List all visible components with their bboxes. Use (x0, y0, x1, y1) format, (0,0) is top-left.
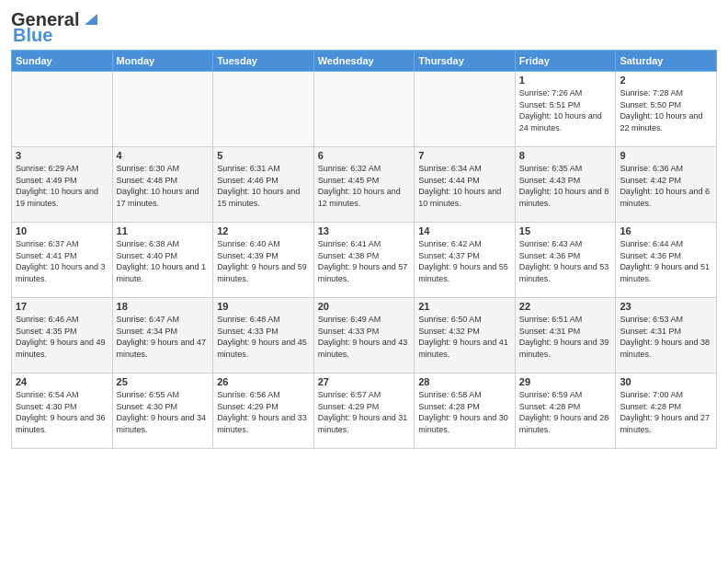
day-info: Sunrise: 6:50 AM Sunset: 4:32 PM Dayligh… (418, 314, 511, 360)
calendar-day-cell (313, 72, 415, 147)
day-number: 16 (620, 225, 712, 236)
day-number: 14 (418, 225, 511, 236)
day-number: 25 (117, 376, 210, 387)
calendar-header-row: SundayMondayTuesdayWednesdayThursdayFrid… (12, 51, 717, 72)
day-info: Sunrise: 6:44 AM Sunset: 4:36 PM Dayligh… (620, 238, 712, 284)
page-container: General Blue SundayMondayTuesdayWednesda… (0, 0, 728, 454)
day-of-week-header: Thursday (415, 51, 516, 72)
day-info: Sunrise: 6:34 AM Sunset: 4:44 PM Dayligh… (418, 163, 511, 209)
day-number: 28 (418, 376, 511, 387)
day-number: 13 (318, 225, 411, 236)
calendar-day-cell: 25Sunrise: 6:55 AM Sunset: 4:30 PM Dayli… (112, 373, 213, 449)
day-info: Sunrise: 6:29 AM Sunset: 4:49 PM Dayligh… (16, 163, 108, 209)
calendar-day-cell: 16Sunrise: 6:44 AM Sunset: 4:36 PM Dayli… (616, 223, 717, 298)
calendar-day-cell (415, 72, 516, 147)
day-info: Sunrise: 6:57 AM Sunset: 4:29 PM Dayligh… (318, 389, 411, 435)
day-number: 11 (117, 225, 210, 236)
logo: General Blue (11, 9, 101, 46)
day-info: Sunrise: 6:35 AM Sunset: 4:43 PM Dayligh… (519, 163, 612, 209)
calendar-day-cell: 9Sunrise: 6:36 AM Sunset: 4:42 PM Daylig… (616, 147, 717, 223)
day-info: Sunrise: 6:48 AM Sunset: 4:33 PM Dayligh… (217, 314, 310, 360)
calendar-day-cell: 5Sunrise: 6:31 AM Sunset: 4:46 PM Daylig… (213, 147, 314, 223)
day-number: 26 (217, 376, 310, 387)
calendar-day-cell (112, 72, 213, 147)
day-number: 6 (318, 150, 411, 161)
day-number: 15 (519, 225, 612, 236)
calendar-day-cell: 2Sunrise: 7:28 AM Sunset: 5:50 PM Daylig… (616, 72, 717, 147)
day-of-week-header: Friday (515, 51, 616, 72)
day-of-week-header: Saturday (616, 51, 717, 72)
day-info: Sunrise: 6:47 AM Sunset: 4:34 PM Dayligh… (117, 314, 210, 360)
logo-icon (81, 8, 101, 29)
day-number: 12 (217, 225, 310, 236)
day-info: Sunrise: 6:36 AM Sunset: 4:42 PM Dayligh… (620, 163, 712, 209)
calendar-day-cell: 28Sunrise: 6:58 AM Sunset: 4:28 PM Dayli… (415, 373, 516, 449)
day-number: 24 (16, 376, 108, 387)
calendar-day-cell: 15Sunrise: 6:43 AM Sunset: 4:36 PM Dayli… (515, 223, 616, 298)
calendar-day-cell: 23Sunrise: 6:53 AM Sunset: 4:31 PM Dayli… (616, 298, 717, 373)
day-number: 23 (620, 301, 712, 312)
day-number: 5 (217, 150, 310, 161)
calendar-week-row: 3Sunrise: 6:29 AM Sunset: 4:49 PM Daylig… (12, 147, 717, 223)
calendar-day-cell: 24Sunrise: 6:54 AM Sunset: 4:30 PM Dayli… (12, 373, 113, 449)
calendar-day-cell: 30Sunrise: 7:00 AM Sunset: 4:28 PM Dayli… (616, 373, 717, 449)
day-info: Sunrise: 6:51 AM Sunset: 4:31 PM Dayligh… (519, 314, 612, 360)
calendar-day-cell: 10Sunrise: 6:37 AM Sunset: 4:41 PM Dayli… (12, 223, 113, 298)
day-info: Sunrise: 6:58 AM Sunset: 4:28 PM Dayligh… (418, 389, 511, 435)
calendar-day-cell: 7Sunrise: 6:34 AM Sunset: 4:44 PM Daylig… (415, 147, 516, 223)
day-of-week-header: Tuesday (213, 51, 314, 72)
logo-blue: Blue (13, 25, 52, 46)
day-number: 3 (16, 150, 108, 161)
day-number: 10 (16, 225, 108, 236)
calendar-table: SundayMondayTuesdayWednesdayThursdayFrid… (11, 50, 717, 449)
calendar-week-row: 24Sunrise: 6:54 AM Sunset: 4:30 PM Dayli… (12, 373, 717, 449)
calendar-day-cell: 4Sunrise: 6:30 AM Sunset: 4:48 PM Daylig… (112, 147, 213, 223)
day-number: 18 (117, 301, 210, 312)
day-number: 17 (16, 301, 108, 312)
day-info: Sunrise: 7:00 AM Sunset: 4:28 PM Dayligh… (620, 389, 712, 435)
svg-marker-0 (85, 14, 97, 25)
day-info: Sunrise: 6:37 AM Sunset: 4:41 PM Dayligh… (16, 238, 108, 284)
calendar-day-cell (213, 72, 314, 147)
day-number: 2 (620, 75, 712, 86)
day-info: Sunrise: 6:38 AM Sunset: 4:40 PM Dayligh… (117, 238, 210, 284)
day-info: Sunrise: 6:42 AM Sunset: 4:37 PM Dayligh… (418, 238, 511, 284)
day-info: Sunrise: 6:55 AM Sunset: 4:30 PM Dayligh… (117, 389, 210, 435)
calendar-week-row: 17Sunrise: 6:46 AM Sunset: 4:35 PM Dayli… (12, 298, 717, 373)
calendar-day-cell: 11Sunrise: 6:38 AM Sunset: 4:40 PM Dayli… (112, 223, 213, 298)
day-info: Sunrise: 6:32 AM Sunset: 4:45 PM Dayligh… (318, 163, 411, 209)
calendar-day-cell: 12Sunrise: 6:40 AM Sunset: 4:39 PM Dayli… (213, 223, 314, 298)
calendar-day-cell: 18Sunrise: 6:47 AM Sunset: 4:34 PM Dayli… (112, 298, 213, 373)
calendar-day-cell: 19Sunrise: 6:48 AM Sunset: 4:33 PM Dayli… (213, 298, 314, 373)
day-info: Sunrise: 6:31 AM Sunset: 4:46 PM Dayligh… (217, 163, 310, 209)
calendar-day-cell: 1Sunrise: 7:26 AM Sunset: 5:51 PM Daylig… (515, 72, 616, 147)
day-info: Sunrise: 6:49 AM Sunset: 4:33 PM Dayligh… (318, 314, 411, 360)
day-info: Sunrise: 7:28 AM Sunset: 5:50 PM Dayligh… (620, 87, 712, 133)
day-number: 22 (519, 301, 612, 312)
calendar-day-cell: 17Sunrise: 6:46 AM Sunset: 4:35 PM Dayli… (12, 298, 113, 373)
day-info: Sunrise: 6:53 AM Sunset: 4:31 PM Dayligh… (620, 314, 712, 360)
day-info: Sunrise: 6:54 AM Sunset: 4:30 PM Dayligh… (16, 389, 108, 435)
calendar-day-cell: 14Sunrise: 6:42 AM Sunset: 4:37 PM Dayli… (415, 223, 516, 298)
day-info: Sunrise: 6:40 AM Sunset: 4:39 PM Dayligh… (217, 238, 310, 284)
day-number: 27 (318, 376, 411, 387)
day-number: 19 (217, 301, 310, 312)
day-info: Sunrise: 6:41 AM Sunset: 4:38 PM Dayligh… (318, 238, 411, 284)
calendar-week-row: 1Sunrise: 7:26 AM Sunset: 5:51 PM Daylig… (12, 72, 717, 147)
day-number: 9 (620, 150, 712, 161)
header: General Blue (11, 9, 717, 46)
day-info: Sunrise: 6:59 AM Sunset: 4:28 PM Dayligh… (519, 389, 612, 435)
day-of-week-header: Wednesday (313, 51, 415, 72)
calendar-week-row: 10Sunrise: 6:37 AM Sunset: 4:41 PM Dayli… (12, 223, 717, 298)
day-info: Sunrise: 6:46 AM Sunset: 4:35 PM Dayligh… (16, 314, 108, 360)
day-info: Sunrise: 6:30 AM Sunset: 4:48 PM Dayligh… (117, 163, 210, 209)
day-number: 29 (519, 376, 612, 387)
day-number: 1 (519, 75, 612, 86)
day-info: Sunrise: 6:56 AM Sunset: 4:29 PM Dayligh… (217, 389, 310, 435)
calendar-day-cell: 6Sunrise: 6:32 AM Sunset: 4:45 PM Daylig… (313, 147, 415, 223)
calendar-day-cell: 8Sunrise: 6:35 AM Sunset: 4:43 PM Daylig… (515, 147, 616, 223)
calendar-day-cell: 29Sunrise: 6:59 AM Sunset: 4:28 PM Dayli… (515, 373, 616, 449)
day-number: 30 (620, 376, 712, 387)
day-number: 20 (318, 301, 411, 312)
calendar-day-cell: 27Sunrise: 6:57 AM Sunset: 4:29 PM Dayli… (313, 373, 415, 449)
